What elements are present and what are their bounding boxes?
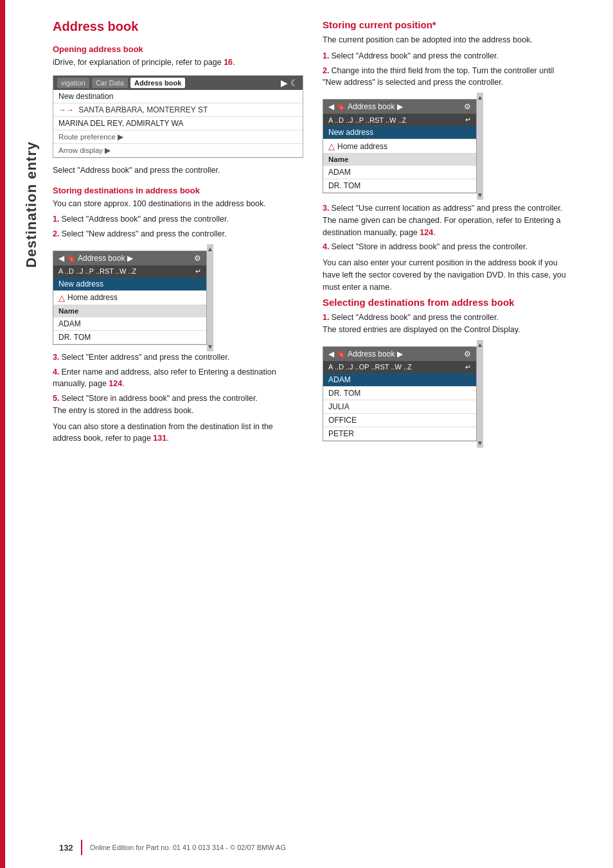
sc-steps2-list: 3.Select "Use current location as addres… <box>323 202 573 253</box>
addr-ui-2-alpha: A ..D ..J ..P ..RST ..W ..Z ↵ <box>323 114 476 126</box>
addr-scrollbar-1[interactable]: ▲ ▼ <box>207 244 213 351</box>
addr-row-drtom[interactable]: DR. TOM <box>53 331 206 344</box>
addr3-row-drtom[interactable]: DR. TOM <box>323 387 476 400</box>
addr-scrollbar-3[interactable]: ▲ ▼ <box>477 340 483 448</box>
nav-row-arrow: Arrow display ▶ <box>53 144 303 157</box>
storing-steps2-list: 3.Select "Enter address" and press the c… <box>53 351 303 417</box>
storing-step-1: 1.Select "Address book" and press the co… <box>53 213 303 226</box>
addr2-row-adam[interactable]: ADAM <box>323 166 476 179</box>
storing-step2-4: 4.Enter name and address, also refer to … <box>53 366 303 391</box>
addr3-row-peter[interactable]: PETER <box>323 427 476 441</box>
addr-scrollbar-2[interactable]: ▲ ▼ <box>477 93 483 200</box>
addr-ui-2-icon: ⚙ <box>464 102 471 111</box>
nav-row-new-dest: New destination <box>53 90 303 103</box>
storing-step2-5: 5.Select "Store in address book" and pre… <box>53 393 303 417</box>
sc-step-1: 1.Select "Address book" and press the co… <box>323 50 573 62</box>
storing-steps-list: 1.Select "Address book" and press the co… <box>53 213 303 240</box>
home-icon-2: △ <box>328 141 335 151</box>
addr-ui-3-header-left: ◀ 🔖 Address book ▶ <box>328 350 403 359</box>
nav-row-santa: →→ SANTA BARBARA, MONTERREY ST <box>53 103 303 117</box>
storing-current-title: Storing current position* <box>323 19 573 30</box>
addr2-row-new[interactable]: New address <box>323 126 476 139</box>
scroll-down-2[interactable]: ▼ <box>477 191 483 199</box>
sidebar-label: Destination entry <box>23 141 40 268</box>
addr-row-home[interactable]: △Home address <box>53 291 206 305</box>
addr-ui-2-list: New address △Home address Name ADAM DR. … <box>323 126 476 193</box>
addr3-row-julia[interactable]: JULIA <box>323 400 476 414</box>
home-icon: △ <box>58 293 65 303</box>
right-column: Storing current position* The current po… <box>323 19 573 849</box>
nav-ui-header: vigation Car Data Address book ▶ ☾ <box>53 76 303 90</box>
ref-link-124b[interactable]: 124 <box>420 228 433 237</box>
storing-step2-3: 3.Select "Enter address" and press the c… <box>53 351 303 364</box>
ref-link-131[interactable]: 131 <box>153 434 166 443</box>
addr-row-adam[interactable]: ADAM <box>53 317 206 331</box>
page-number: 132 <box>59 843 73 853</box>
page-wrapper: Destination entry Address book Opening a… <box>0 0 613 868</box>
addr-ui-3-icon: ⚙ <box>464 350 471 359</box>
storing-extra: You can also store a destination from th… <box>53 421 303 445</box>
enter-arrow-2: ↵ <box>465 116 471 124</box>
addr2-row-drtom[interactable]: DR. TOM <box>323 179 476 193</box>
opening-title: Opening address book <box>53 44 303 54</box>
addr-ui-3: ◀ 🔖 Address book ▶ ⚙ A ..D ..J ..OP ..RS… <box>323 346 477 441</box>
addr3-row-adam[interactable]: ADAM <box>323 373 476 387</box>
scroll-down-1[interactable]: ▼ <box>207 343 213 350</box>
tab-cardata[interactable]: Car Data <box>92 78 128 88</box>
addr-ui-2: ◀ 🔖 Address book ▶ ⚙ A ..D ..J ..P ..RST… <box>323 99 477 193</box>
enter-arrow: ↵ <box>195 267 201 276</box>
addr-ui-1-header: ◀ 🔖 Address book ▶ ⚙ <box>53 251 206 265</box>
addr-ui-1-alpha-text: A ..D ..J ..P ..RST ..W ..Z <box>58 267 136 275</box>
selecting-steps-list: 1.Select "Address book" and press the co… <box>323 312 573 336</box>
tab-vigation[interactable]: vigation <box>57 78 89 88</box>
storing-current-extra: You can also enter your current position… <box>323 257 573 293</box>
sc-step2-3: 3.Select "Use current location as addres… <box>323 202 573 238</box>
ref-link-124a[interactable]: 124 <box>109 379 122 388</box>
storing-current-text: The current position can be adopted into… <box>323 34 573 46</box>
addr-ui-1-list: New address △Home address Name ADAM DR. … <box>53 278 206 344</box>
addr-ui-1-alpha: A ..D ..J ..P ..RST ..W ..Z ↵ <box>53 265 206 278</box>
addr-ui-1-wrapper: ◀ 🔖 Address book ▶ ⚙ A ..D ..J ..P ..RST… <box>53 244 303 351</box>
storing-current-steps: 1.Select "Address book" and press the co… <box>323 50 573 89</box>
opening-text: iDrive, for explanation of principle, re… <box>53 57 303 69</box>
left-column: Address book Opening address book iDrive… <box>53 19 303 849</box>
addr-ui-3-header: ◀ 🔖 Address book ▶ ⚙ <box>323 347 476 361</box>
tab-addressbook[interactable]: Address book <box>130 78 185 88</box>
addr-ui-2-alpha-text: A ..D ..J ..P ..RST ..W ..Z <box>328 116 406 124</box>
scroll-up-2[interactable]: ▲ <box>477 94 483 101</box>
addr-ui-3-alpha-text: A ..D ..J ..OP ..RST ..W ..Z <box>328 363 412 371</box>
nav-row-marina: MARINA DEL REY, ADMIRALTY WA <box>53 117 303 130</box>
addr3-row-office[interactable]: OFFICE <box>323 414 476 427</box>
sc-step2-4: 4.Select "Store in address book" and pre… <box>323 241 573 253</box>
footer-text: Online Edition for Part no. 01 41 0 013 … <box>90 844 286 851</box>
nav-ui: vigation Car Data Address book ▶ ☾ New d… <box>53 75 303 158</box>
addr-ui-3-list: ADAM DR. TOM JULIA OFFICE PETER <box>323 373 476 441</box>
page-footer: 132 Online Edition for Part no. 01 41 0 … <box>40 840 613 855</box>
addr-ui-1: ◀ 🔖 Address book ▶ ⚙ A ..D ..J ..P ..RST… <box>53 251 207 345</box>
addr-ui-2-header-left: ◀ 🔖 Address book ▶ <box>328 102 403 111</box>
addr-ui-1-header-left: ◀ 🔖 Address book ▶ <box>58 254 133 263</box>
footer-divider <box>81 840 82 855</box>
addr-ui-2-wrapper: ◀ 🔖 Address book ▶ ⚙ A ..D ..J ..P ..RST… <box>323 93 573 200</box>
addr-row-name-header: Name <box>53 305 206 317</box>
addr-ui-3-alpha: A ..D ..J ..OP ..RST ..W ..Z ↵ <box>323 361 476 373</box>
addr-ui-3-wrapper: ◀ 🔖 Address book ▶ ⚙ A ..D ..J ..OP ..RS… <box>323 340 573 448</box>
ref-link-16[interactable]: 16 <box>224 58 233 67</box>
scroll-up-3[interactable]: ▲ <box>477 341 483 348</box>
page-main-title: Address book <box>53 19 303 34</box>
opening-instruction: Select "Address book" and press the cont… <box>53 164 303 177</box>
addr2-row-home[interactable]: △Home address <box>323 139 476 154</box>
storing-step-2: 2.Select "New address" and press the con… <box>53 228 303 240</box>
selecting-title: Selecting destinations from address book <box>323 297 573 308</box>
enter-arrow-3: ↵ <box>465 363 471 371</box>
scroll-down-3[interactable]: ▼ <box>477 439 483 447</box>
nav-row-route: Route preference ▶ <box>53 130 303 144</box>
addr-row-new[interactable]: New address <box>53 278 206 291</box>
sel-step-1: 1.Select "Address book" and press the co… <box>323 312 573 336</box>
addr2-row-name-header: Name <box>323 154 476 166</box>
scroll-up-1[interactable]: ▲ <box>207 245 213 252</box>
addr-ui-2-header: ◀ 🔖 Address book ▶ ⚙ <box>323 100 476 114</box>
addr-ui-1-icon: ⚙ <box>194 254 201 263</box>
storing-title: Storing destinations in address book <box>53 186 303 195</box>
nav-icon: ▶ ☾ <box>281 78 299 88</box>
